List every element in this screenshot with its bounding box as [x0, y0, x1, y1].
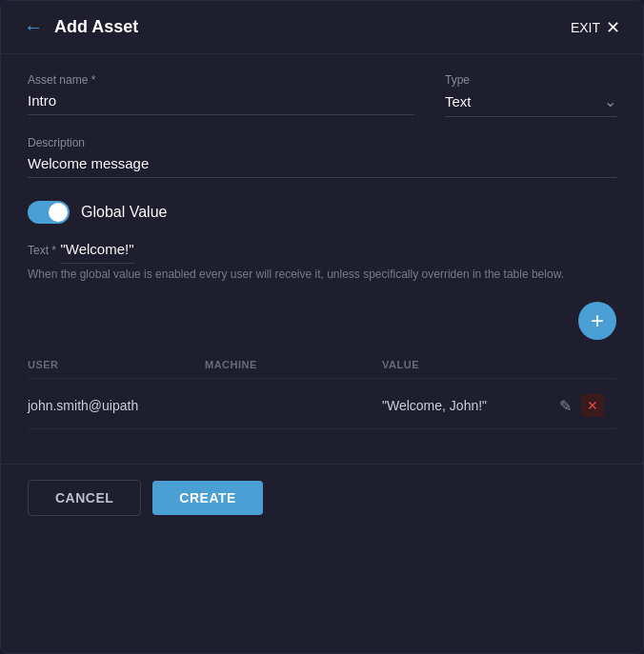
table-section: + USER MACHINE VALUE john.smith@uipath "…	[28, 302, 616, 429]
back-button[interactable]: ←	[24, 16, 43, 38]
row-user: john.smith@uipath	[28, 398, 205, 413]
col-header-value: VALUE	[382, 359, 559, 370]
add-row-button[interactable]: +	[578, 302, 616, 340]
exit-button[interactable]: EXIT ✕	[571, 17, 620, 38]
toggle-knob	[49, 203, 68, 222]
col-header-actions	[559, 359, 616, 370]
global-value-toggle[interactable]	[28, 201, 70, 224]
type-group: Type Text ⌄	[445, 73, 616, 117]
create-button[interactable]: CREATE	[152, 481, 263, 515]
add-asset-modal: ← Add Asset EXIT ✕ Asset name * Intro Ty…	[0, 0, 644, 654]
col-header-user: USER	[28, 359, 205, 370]
row-value: "Welcome, John!"	[382, 398, 559, 413]
close-icon: ✕	[606, 17, 620, 38]
asset-name-label: Asset name *	[28, 73, 414, 87]
asset-name-value[interactable]: Intro	[28, 92, 414, 115]
type-select[interactable]: Text ⌄	[445, 92, 616, 117]
edit-row-button[interactable]: ✎	[559, 397, 572, 415]
text-field-value[interactable]: "Welcome!"	[60, 241, 133, 264]
table-row: john.smith@uipath "Welcome, John!" ✎ ✕	[28, 383, 616, 429]
cancel-button[interactable]: CANCEL	[28, 480, 141, 516]
type-label: Type	[445, 73, 616, 87]
modal-title: Add Asset	[54, 17, 138, 37]
asset-name-group: Asset name * Intro	[28, 73, 414, 117]
row-actions: ✎ ✕	[559, 394, 616, 417]
exit-label: EXIT	[571, 20, 600, 35]
table-header: USER MACHINE VALUE	[28, 351, 616, 379]
delete-row-button[interactable]: ✕	[581, 394, 604, 417]
description-label: Description	[28, 136, 616, 149]
description-group: Description Welcome message	[28, 136, 616, 178]
delete-icon: ✕	[587, 398, 598, 413]
modal-body: Asset name * Intro Type Text ⌄ Descripti…	[1, 54, 643, 448]
type-value: Text	[445, 93, 472, 109]
name-type-row: Asset name * Intro Type Text ⌄	[28, 73, 616, 117]
add-row-container: +	[28, 302, 616, 340]
text-field-label: Text *	[28, 244, 56, 257]
chevron-down-icon: ⌄	[604, 92, 616, 110]
hint-text: When the global value is enabled every u…	[28, 266, 616, 283]
modal-header: ← Add Asset EXIT ✕	[1, 1, 643, 54]
global-value-row: Global Value	[28, 201, 616, 224]
global-value-label: Global Value	[81, 204, 167, 221]
plus-icon: +	[591, 309, 604, 332]
text-field-group: Text * "Welcome!"	[28, 241, 616, 258]
description-value[interactable]: Welcome message	[28, 155, 616, 178]
col-header-machine: MACHINE	[205, 359, 382, 370]
header-left: ← Add Asset	[24, 16, 138, 38]
modal-footer: CANCEL CREATE	[1, 464, 643, 531]
